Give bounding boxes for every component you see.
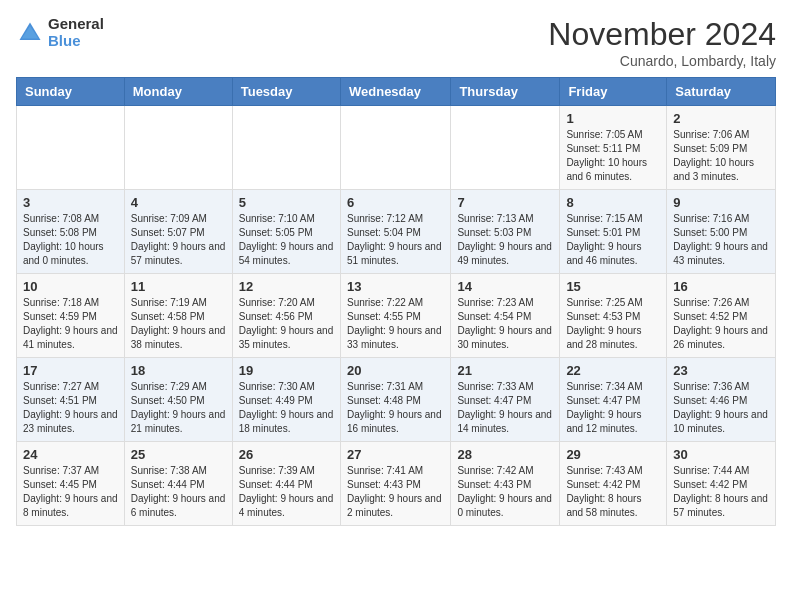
calendar-cell bbox=[17, 106, 125, 190]
day-number: 7 bbox=[457, 195, 553, 210]
calendar-cell: 25Sunrise: 7:38 AM Sunset: 4:44 PM Dayli… bbox=[124, 442, 232, 526]
day-number: 16 bbox=[673, 279, 769, 294]
calendar-cell bbox=[124, 106, 232, 190]
day-info: Sunrise: 7:27 AM Sunset: 4:51 PM Dayligh… bbox=[23, 380, 118, 436]
day-number: 26 bbox=[239, 447, 334, 462]
title-area: November 2024 Cunardo, Lombardy, Italy bbox=[548, 16, 776, 69]
day-number: 22 bbox=[566, 363, 660, 378]
logo-line2: Blue bbox=[48, 33, 104, 50]
calendar-cell: 11Sunrise: 7:19 AM Sunset: 4:58 PM Dayli… bbox=[124, 274, 232, 358]
calendar-cell: 26Sunrise: 7:39 AM Sunset: 4:44 PM Dayli… bbox=[232, 442, 340, 526]
weekday-header: Tuesday bbox=[232, 78, 340, 106]
calendar-cell: 17Sunrise: 7:27 AM Sunset: 4:51 PM Dayli… bbox=[17, 358, 125, 442]
day-info: Sunrise: 7:15 AM Sunset: 5:01 PM Dayligh… bbox=[566, 212, 660, 268]
logo: General Blue bbox=[16, 16, 104, 49]
day-number: 24 bbox=[23, 447, 118, 462]
day-number: 1 bbox=[566, 111, 660, 126]
day-info: Sunrise: 7:42 AM Sunset: 4:43 PM Dayligh… bbox=[457, 464, 553, 520]
weekday-header: Saturday bbox=[667, 78, 776, 106]
day-info: Sunrise: 7:09 AM Sunset: 5:07 PM Dayligh… bbox=[131, 212, 226, 268]
calendar-cell: 23Sunrise: 7:36 AM Sunset: 4:46 PM Dayli… bbox=[667, 358, 776, 442]
day-number: 9 bbox=[673, 195, 769, 210]
weekday-header: Sunday bbox=[17, 78, 125, 106]
day-info: Sunrise: 7:29 AM Sunset: 4:50 PM Dayligh… bbox=[131, 380, 226, 436]
calendar-cell: 10Sunrise: 7:18 AM Sunset: 4:59 PM Dayli… bbox=[17, 274, 125, 358]
day-number: 23 bbox=[673, 363, 769, 378]
day-info: Sunrise: 7:39 AM Sunset: 4:44 PM Dayligh… bbox=[239, 464, 334, 520]
calendar-cell: 30Sunrise: 7:44 AM Sunset: 4:42 PM Dayli… bbox=[667, 442, 776, 526]
day-number: 19 bbox=[239, 363, 334, 378]
calendar-cell: 27Sunrise: 7:41 AM Sunset: 4:43 PM Dayli… bbox=[340, 442, 450, 526]
day-info: Sunrise: 7:25 AM Sunset: 4:53 PM Dayligh… bbox=[566, 296, 660, 352]
day-number: 15 bbox=[566, 279, 660, 294]
day-info: Sunrise: 7:36 AM Sunset: 4:46 PM Dayligh… bbox=[673, 380, 769, 436]
day-info: Sunrise: 7:34 AM Sunset: 4:47 PM Dayligh… bbox=[566, 380, 660, 436]
day-info: Sunrise: 7:31 AM Sunset: 4:48 PM Dayligh… bbox=[347, 380, 444, 436]
calendar-week-row: 10Sunrise: 7:18 AM Sunset: 4:59 PM Dayli… bbox=[17, 274, 776, 358]
calendar-cell: 14Sunrise: 7:23 AM Sunset: 4:54 PM Dayli… bbox=[451, 274, 560, 358]
calendar-cell: 9Sunrise: 7:16 AM Sunset: 5:00 PM Daylig… bbox=[667, 190, 776, 274]
calendar-cell: 28Sunrise: 7:42 AM Sunset: 4:43 PM Dayli… bbox=[451, 442, 560, 526]
day-number: 4 bbox=[131, 195, 226, 210]
day-number: 13 bbox=[347, 279, 444, 294]
day-info: Sunrise: 7:33 AM Sunset: 4:47 PM Dayligh… bbox=[457, 380, 553, 436]
calendar-table: SundayMondayTuesdayWednesdayThursdayFrid… bbox=[16, 77, 776, 526]
day-number: 20 bbox=[347, 363, 444, 378]
day-info: Sunrise: 7:16 AM Sunset: 5:00 PM Dayligh… bbox=[673, 212, 769, 268]
calendar-cell: 20Sunrise: 7:31 AM Sunset: 4:48 PM Dayli… bbox=[340, 358, 450, 442]
day-number: 11 bbox=[131, 279, 226, 294]
day-info: Sunrise: 7:41 AM Sunset: 4:43 PM Dayligh… bbox=[347, 464, 444, 520]
day-info: Sunrise: 7:19 AM Sunset: 4:58 PM Dayligh… bbox=[131, 296, 226, 352]
day-number: 21 bbox=[457, 363, 553, 378]
month-title: November 2024 bbox=[548, 16, 776, 53]
day-number: 18 bbox=[131, 363, 226, 378]
logo-icon bbox=[16, 19, 44, 47]
calendar-cell: 24Sunrise: 7:37 AM Sunset: 4:45 PM Dayli… bbox=[17, 442, 125, 526]
day-number: 14 bbox=[457, 279, 553, 294]
day-number: 6 bbox=[347, 195, 444, 210]
day-info: Sunrise: 7:22 AM Sunset: 4:55 PM Dayligh… bbox=[347, 296, 444, 352]
calendar-week-row: 1Sunrise: 7:05 AM Sunset: 5:11 PM Daylig… bbox=[17, 106, 776, 190]
weekday-header: Thursday bbox=[451, 78, 560, 106]
calendar-cell: 12Sunrise: 7:20 AM Sunset: 4:56 PM Dayli… bbox=[232, 274, 340, 358]
header: General Blue November 2024 Cunardo, Lomb… bbox=[16, 16, 776, 69]
logo-text: General Blue bbox=[48, 16, 104, 49]
day-info: Sunrise: 7:20 AM Sunset: 4:56 PM Dayligh… bbox=[239, 296, 334, 352]
day-info: Sunrise: 7:37 AM Sunset: 4:45 PM Dayligh… bbox=[23, 464, 118, 520]
day-number: 3 bbox=[23, 195, 118, 210]
day-number: 25 bbox=[131, 447, 226, 462]
calendar-week-row: 24Sunrise: 7:37 AM Sunset: 4:45 PM Dayli… bbox=[17, 442, 776, 526]
day-number: 27 bbox=[347, 447, 444, 462]
weekday-header: Monday bbox=[124, 78, 232, 106]
calendar-cell: 29Sunrise: 7:43 AM Sunset: 4:42 PM Dayli… bbox=[560, 442, 667, 526]
day-info: Sunrise: 7:08 AM Sunset: 5:08 PM Dayligh… bbox=[23, 212, 118, 268]
calendar-cell: 2Sunrise: 7:06 AM Sunset: 5:09 PM Daylig… bbox=[667, 106, 776, 190]
day-info: Sunrise: 7:30 AM Sunset: 4:49 PM Dayligh… bbox=[239, 380, 334, 436]
day-info: Sunrise: 7:06 AM Sunset: 5:09 PM Dayligh… bbox=[673, 128, 769, 184]
day-number: 12 bbox=[239, 279, 334, 294]
calendar-cell: 19Sunrise: 7:30 AM Sunset: 4:49 PM Dayli… bbox=[232, 358, 340, 442]
day-info: Sunrise: 7:26 AM Sunset: 4:52 PM Dayligh… bbox=[673, 296, 769, 352]
day-number: 17 bbox=[23, 363, 118, 378]
calendar-cell: 13Sunrise: 7:22 AM Sunset: 4:55 PM Dayli… bbox=[340, 274, 450, 358]
location: Cunardo, Lombardy, Italy bbox=[548, 53, 776, 69]
calendar-cell bbox=[340, 106, 450, 190]
calendar-cell: 3Sunrise: 7:08 AM Sunset: 5:08 PM Daylig… bbox=[17, 190, 125, 274]
day-number: 10 bbox=[23, 279, 118, 294]
calendar-week-row: 17Sunrise: 7:27 AM Sunset: 4:51 PM Dayli… bbox=[17, 358, 776, 442]
weekday-header-row: SundayMondayTuesdayWednesdayThursdayFrid… bbox=[17, 78, 776, 106]
calendar-cell: 22Sunrise: 7:34 AM Sunset: 4:47 PM Dayli… bbox=[560, 358, 667, 442]
day-info: Sunrise: 7:44 AM Sunset: 4:42 PM Dayligh… bbox=[673, 464, 769, 520]
calendar-cell bbox=[451, 106, 560, 190]
day-info: Sunrise: 7:12 AM Sunset: 5:04 PM Dayligh… bbox=[347, 212, 444, 268]
day-number: 29 bbox=[566, 447, 660, 462]
day-info: Sunrise: 7:10 AM Sunset: 5:05 PM Dayligh… bbox=[239, 212, 334, 268]
calendar-cell bbox=[232, 106, 340, 190]
weekday-header: Friday bbox=[560, 78, 667, 106]
day-info: Sunrise: 7:05 AM Sunset: 5:11 PM Dayligh… bbox=[566, 128, 660, 184]
day-number: 2 bbox=[673, 111, 769, 126]
day-number: 5 bbox=[239, 195, 334, 210]
day-info: Sunrise: 7:18 AM Sunset: 4:59 PM Dayligh… bbox=[23, 296, 118, 352]
calendar-cell: 21Sunrise: 7:33 AM Sunset: 4:47 PM Dayli… bbox=[451, 358, 560, 442]
day-number: 28 bbox=[457, 447, 553, 462]
